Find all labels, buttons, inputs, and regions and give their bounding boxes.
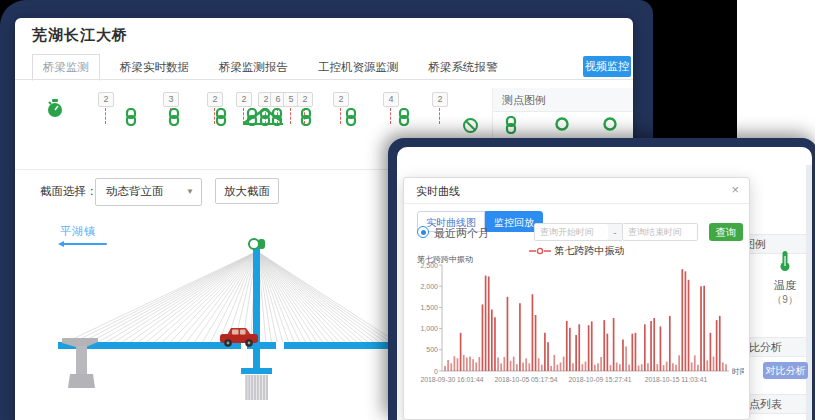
front-window-page: 测点图例 温度 （9） 对比分析 对比分析 测点列表 实 [397, 147, 812, 420]
query-end-time-input[interactable] [622, 223, 698, 241]
screenshot-stage: 芜湖长江大桥 桥梁监测桥梁实时数据桥梁监测报告工控机资源监测桥梁系统报警 视频监… [0, 0, 815, 420]
truss-sensor-icon [241, 106, 285, 126]
link-sensor-icon[interactable] [215, 108, 227, 126]
sensor-count-badge: 2 [432, 92, 448, 107]
place-label: 平湖镇 [60, 224, 96, 239]
svg-text:2018-10-05 05:17:54: 2018-10-05 05:17:54 [494, 376, 557, 383]
close-icon[interactable]: × [731, 182, 739, 197]
query-start-time-input[interactable] [534, 223, 609, 241]
link-icon [505, 116, 517, 134]
svg-text:2,000: 2,000 [420, 283, 438, 290]
sensor-count-badge: 4 [383, 92, 399, 107]
background-white-panel [737, 0, 815, 150]
radio-label: 最近两个月 [434, 226, 489, 241]
sensor-count-badge: 3 [163, 92, 179, 107]
chevron-down-icon: ▼ [186, 187, 194, 196]
legend-item-temperature[interactable]: 温度 （9） [765, 250, 805, 307]
range-separator: - [608, 223, 622, 241]
vibration-chart: 第七跨跨中振动05001,0001,5002,0002,5002018-09-3… [409, 250, 744, 416]
modal-title: 实时曲线 [416, 184, 460, 199]
sensor-count-badge: 2 [207, 92, 223, 107]
sensor-circle-icon [603, 117, 617, 131]
link-sensor-icon[interactable] [300, 108, 312, 126]
svg-text:2018-09-30 16:01:44: 2018-09-30 16:01:44 [420, 376, 483, 383]
alarm-dash-line [290, 108, 291, 124]
bridge-schematic [20, 238, 400, 418]
svg-text:500: 500 [426, 346, 438, 353]
main-tab-3[interactable]: 工控机资源监测 [318, 60, 399, 75]
section-select-label: 截面选择： [40, 178, 98, 204]
sensor-count-badge: 2 [98, 92, 114, 107]
legend-panel-title: 测点图例 [493, 88, 633, 112]
section-select-value: 动态背立面 [106, 179, 164, 203]
enlarge-section-button[interactable]: 放大截面 [215, 178, 279, 204]
link-sensor-icon[interactable] [345, 108, 357, 126]
temperature-label: 温度 [765, 278, 805, 293]
main-tab-4[interactable]: 桥梁系统报警 [429, 60, 498, 75]
query-button[interactable]: 查询 [709, 223, 743, 241]
alarm-dash-line [105, 108, 106, 124]
svg-text:2,500: 2,500 [420, 262, 438, 269]
link-sensor-icon[interactable] [398, 108, 410, 126]
front-window-frame: 测点图例 温度 （9） 对比分析 对比分析 测点列表 实 [388, 138, 815, 420]
alarm-dash-line [439, 108, 440, 124]
link-sensor-icon[interactable] [168, 108, 180, 126]
svg-text:1,000: 1,000 [420, 325, 438, 332]
svg-text:0: 0 [434, 368, 438, 375]
main-tab-1[interactable]: 桥梁实时数据 [120, 60, 189, 75]
sensor-count-badge: 2 [236, 92, 252, 107]
page-gutter [806, 165, 812, 420]
modal-header: 实时曲线 × [404, 178, 749, 204]
compare-analysis-button[interactable]: 对比分析 [763, 362, 808, 379]
main-tab-0[interactable]: 桥梁监测 [32, 54, 100, 81]
alarm-dash-line [390, 108, 391, 124]
no-entry-icon[interactable] [462, 117, 479, 134]
radio-selected-icon [417, 226, 429, 238]
tower-cap [241, 368, 272, 374]
thermometer-icon [778, 250, 792, 272]
tower-piles [247, 375, 267, 400]
main-tab-2[interactable]: 桥梁监测报告 [219, 60, 288, 75]
realtime-curve-modal: 实时曲线 × 实时曲线图监控回放 最近两个月 - 查询 第 [403, 177, 750, 420]
sensor-circle-icon [555, 117, 569, 131]
svg-text:1,500: 1,500 [420, 304, 438, 311]
tab-divider [15, 79, 633, 80]
section-select-dropdown[interactable]: 动态背立面 ▼ [95, 178, 202, 206]
stopwatch-icon[interactable] [45, 98, 65, 118]
svg-text:2018-10-09 15:27:41: 2018-10-09 15:27:41 [568, 376, 631, 383]
video-monitor-button[interactable]: 视频监控 [583, 56, 631, 77]
sensor-count-badge: 2 [333, 92, 349, 107]
bridge-tower [253, 248, 260, 368]
svg-text:时间: 时间 [732, 367, 744, 376]
sensor-count-badge: 2 [297, 92, 313, 107]
temperature-count: （9） [765, 293, 805, 307]
svg-text:2018-10-15 11:03:41: 2018-10-15 11:03:41 [645, 376, 708, 383]
page-title: 芜湖长江大桥 [32, 26, 128, 45]
link-sensor-icon[interactable] [125, 108, 137, 126]
main-tab-bar: 桥梁监测桥梁实时数据桥梁监测报告工控机资源监测桥梁系统报警 [32, 55, 528, 79]
alarm-dash-line [340, 108, 341, 124]
tower-sensor-icon[interactable] [249, 239, 265, 249]
